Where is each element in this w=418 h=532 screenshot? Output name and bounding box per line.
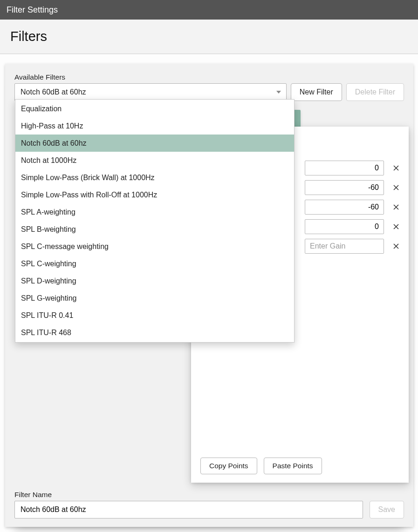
- delete-filter-button[interactable]: Delete Filter: [346, 83, 404, 101]
- gain-input[interactable]: [305, 239, 384, 254]
- gain-input[interactable]: [305, 161, 384, 175]
- delete-row-icon[interactable]: [391, 163, 401, 173]
- new-filter-button[interactable]: New Filter: [291, 83, 342, 101]
- gain-row: [305, 200, 401, 215]
- dropdown-item[interactable]: Simple Low-Pass with Roll-Off at 1000Hz: [15, 186, 294, 203]
- gain-input[interactable]: [305, 200, 384, 215]
- dropdown-item[interactable]: Simple Low-Pass (Brick Wall) at 1000Hz: [15, 169, 294, 186]
- delete-row-icon[interactable]: [391, 241, 401, 251]
- dropdown-item[interactable]: SPL ITU-R 0.41: [15, 307, 294, 324]
- available-filters-label: Available Filters: [14, 73, 287, 81]
- delete-row-icon[interactable]: [391, 182, 401, 193]
- delete-row-icon[interactable]: [391, 202, 401, 212]
- content-panel: Available Filters Notch 60dB at 60hz New…: [5, 64, 413, 527]
- dropdown-item[interactable]: Equalization: [15, 100, 294, 117]
- dropdown-item[interactable]: Notch 60dB at 60hz: [15, 135, 294, 152]
- filter-name-input[interactable]: [14, 501, 363, 519]
- filter-name-label: Filter Name: [14, 491, 404, 499]
- page-title: Filters: [10, 29, 47, 44]
- gain-row: [305, 180, 401, 195]
- paste-points-button[interactable]: Paste Points: [264, 458, 322, 474]
- available-filters-selected: Notch 60dB at 60hz: [21, 88, 86, 96]
- gain-input[interactable]: [305, 180, 384, 195]
- available-filters-dropdown-list[interactable]: EqualizationHigh-Pass at 10HzNotch 60dB …: [15, 99, 295, 343]
- dropdown-item[interactable]: SPL G-weighting: [15, 290, 294, 307]
- delete-row-icon[interactable]: [391, 222, 401, 232]
- window-title: Filter Settings: [7, 5, 58, 15]
- dropdown-item[interactable]: SPL B-weighting: [15, 221, 294, 238]
- gain-input[interactable]: [305, 219, 384, 234]
- dropdown-item[interactable]: SPL D-weighting: [15, 272, 294, 290]
- dropdown-item[interactable]: SPL C-message weighting: [15, 238, 294, 255]
- page-header: Filters: [0, 20, 418, 54]
- gain-row: [305, 239, 401, 254]
- dropdown-item[interactable]: SPL C-weighting: [15, 255, 294, 272]
- available-filters-combobox[interactable]: Notch 60dB at 60hz: [14, 83, 287, 101]
- copy-points-button[interactable]: Copy Points: [200, 458, 257, 474]
- window-titlebar: Filter Settings: [0, 0, 418, 20]
- dropdown-item[interactable]: SPL A-weighting: [15, 203, 294, 221]
- chevron-down-icon: [276, 88, 281, 96]
- dropdown-item[interactable]: High-Pass at 10Hz: [15, 117, 294, 135]
- save-button[interactable]: Save: [370, 501, 404, 519]
- dropdown-item[interactable]: SPL ITU-R 468: [15, 324, 294, 341]
- dropdown-item[interactable]: Notch at 1000Hz: [15, 152, 294, 169]
- gain-row: [305, 161, 401, 175]
- gain-row: [305, 219, 401, 234]
